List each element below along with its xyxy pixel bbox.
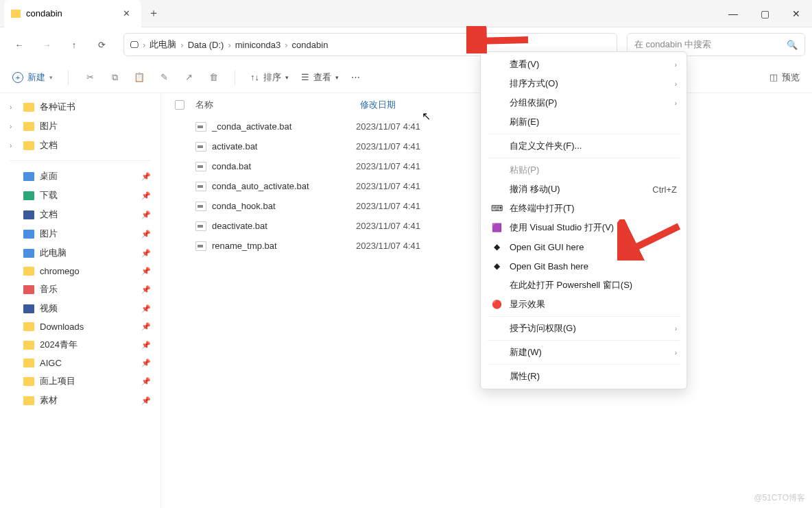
context-menu-item[interactable]: 新建(W)› bbox=[481, 343, 686, 362]
context-menu-item[interactable]: 🔴显示效果 bbox=[481, 295, 686, 314]
refresh-button[interactable]: ⟳ bbox=[89, 32, 114, 57]
pin-icon: 📌 bbox=[141, 304, 151, 313]
chevron-down-icon: ▾ bbox=[285, 74, 289, 81]
context-menu-item[interactable]: 撤消 移动(U)Ctrl+Z bbox=[481, 180, 686, 199]
sidebar-item[interactable]: 下载📌 bbox=[0, 186, 160, 205]
column-date[interactable]: 修改日期 bbox=[360, 99, 396, 111]
sidebar-item[interactable]: 桌面📌 bbox=[0, 167, 160, 186]
sidebar-item[interactable]: ›各种证书 bbox=[0, 97, 160, 117]
context-menu-item[interactable]: 分组依据(P)› bbox=[481, 93, 686, 112]
sidebar-item[interactable]: 素材📌 bbox=[0, 391, 160, 410]
breadcrumb-item[interactable]: miniconda3 bbox=[235, 40, 281, 50]
rename-button[interactable]: ✎ bbox=[158, 71, 170, 84]
bat-file-icon bbox=[195, 122, 206, 132]
menu-item-label: 粘贴(P) bbox=[510, 164, 539, 176]
folder-icon bbox=[23, 249, 34, 258]
context-menu-item[interactable]: 授予访问权限(G)› bbox=[481, 319, 686, 338]
breadcrumb-item[interactable]: condabin bbox=[292, 40, 329, 50]
pin-icon: 📌 bbox=[141, 322, 151, 331]
pin-icon: 📌 bbox=[141, 172, 151, 181]
chevron-right-icon: › bbox=[10, 123, 18, 130]
sidebar-item[interactable]: 音乐📌 bbox=[0, 280, 160, 299]
context-menu-item[interactable]: 排序方式(O)› bbox=[481, 74, 686, 93]
menu-item-label: 查看(V) bbox=[510, 58, 539, 71]
forward-button[interactable]: → bbox=[34, 32, 59, 57]
svg-line-1 bbox=[473, 40, 528, 41]
sidebar-item[interactable]: 面上项目📌 bbox=[0, 372, 160, 391]
menu-item-icon: 🔴 bbox=[490, 298, 503, 311]
pin-icon: 📌 bbox=[141, 230, 151, 239]
menu-item-label: 显示效果 bbox=[510, 298, 545, 311]
up-button[interactable]: ↑ bbox=[62, 32, 86, 57]
sort-icon: ↑↓ bbox=[250, 72, 259, 82]
close-button[interactable]: ✕ bbox=[780, 0, 812, 27]
copy-button[interactable]: ⧉ bbox=[108, 71, 121, 84]
sidebar-item[interactable]: chromego📌 bbox=[0, 263, 160, 280]
sidebar-item-label: 各种证书 bbox=[40, 101, 75, 113]
cut-button[interactable]: ✂ bbox=[84, 71, 96, 84]
context-menu-item[interactable]: 属性(R) bbox=[481, 367, 686, 386]
folder-icon bbox=[23, 122, 34, 131]
bat-file-icon bbox=[195, 221, 206, 231]
context-menu-item[interactable]: 在此处打开 Powershell 窗口(S) bbox=[481, 276, 686, 295]
file-name: conda_hook.bat bbox=[212, 201, 356, 211]
navbar: ← → ↑ ⟳ 🖵 › 此电脑 › Data (D:) › miniconda3… bbox=[0, 27, 812, 62]
context-menu-item[interactable]: 自定义文件夹(F)... bbox=[481, 136, 686, 156]
back-button[interactable]: ← bbox=[7, 32, 32, 57]
file-date: 2023/11/07 4:41 bbox=[356, 241, 420, 251]
chevron-right-icon: › bbox=[143, 40, 145, 50]
new-tab-button[interactable]: ＋ bbox=[141, 6, 166, 21]
more-button[interactable]: ⋯ bbox=[351, 72, 360, 82]
main-area: ›各种证书›图片›文档 桌面📌下载📌文档📌图片📌此电脑📌chromego📌音乐📌… bbox=[0, 93, 812, 508]
sidebar-item[interactable]: Downloads📌 bbox=[0, 318, 160, 335]
menu-item-icon bbox=[490, 116, 503, 128]
sidebar-item-label: Downloads bbox=[40, 322, 84, 332]
chevron-right-icon: › bbox=[10, 104, 18, 111]
view-button[interactable]: ☰ 查看 ▾ bbox=[301, 71, 339, 84]
breadcrumb-item[interactable]: Data (D:) bbox=[188, 40, 224, 50]
sidebar-item[interactable]: 2024青年📌 bbox=[0, 335, 160, 354]
share-button[interactable]: ↗ bbox=[182, 71, 195, 84]
sidebar-item[interactable]: ›图片 bbox=[0, 117, 160, 136]
column-name[interactable]: 名称 bbox=[195, 99, 360, 111]
sidebar-item-label: 2024青年 bbox=[40, 339, 77, 351]
sidebar-item[interactable]: ›文档 bbox=[0, 136, 160, 155]
sidebar-item-label: 素材 bbox=[40, 394, 58, 407]
chevron-right-icon: › bbox=[675, 61, 677, 69]
menu-item-label: 撤消 移动(U) bbox=[510, 183, 560, 195]
preview-button[interactable]: ◫ 预览 bbox=[769, 71, 800, 84]
paste-button[interactable]: 📋 bbox=[133, 71, 145, 84]
sidebar-item[interactable]: 文档📌 bbox=[0, 205, 160, 224]
folder-icon bbox=[23, 141, 34, 150]
minimize-button[interactable]: — bbox=[717, 0, 749, 27]
chevron-right-icon: › bbox=[10, 142, 18, 149]
close-tab-button[interactable]: ✕ bbox=[118, 5, 134, 22]
file-name: conda.bat bbox=[212, 161, 356, 171]
context-menu-item[interactable]: 刷新(E) bbox=[481, 112, 686, 132]
pin-icon: 📌 bbox=[141, 359, 151, 367]
active-tab[interactable]: condabin ✕ bbox=[4, 0, 141, 27]
sidebar-item[interactable]: 此电脑📌 bbox=[0, 243, 160, 263]
sidebar-item-label: 此电脑 bbox=[40, 247, 67, 259]
chevron-down-icon: ▾ bbox=[335, 74, 339, 81]
breadcrumb-item[interactable]: 此电脑 bbox=[150, 38, 176, 51]
maximize-button[interactable]: ▢ bbox=[749, 0, 780, 27]
pin-icon: 📌 bbox=[141, 191, 151, 200]
list-icon: ☰ bbox=[301, 72, 309, 82]
chevron-right-icon: › bbox=[675, 80, 677, 88]
sidebar-item[interactable]: 图片📌 bbox=[0, 224, 160, 243]
folder-icon bbox=[23, 341, 34, 350]
sidebar-item[interactable]: 视频📌 bbox=[0, 299, 160, 318]
select-all-checkbox[interactable] bbox=[175, 100, 184, 110]
menu-item-icon bbox=[490, 279, 503, 291]
chevron-right-icon: › bbox=[228, 40, 230, 50]
context-menu-item[interactable]: 查看(V)› bbox=[481, 55, 686, 74]
new-button[interactable]: + 新建 ▾ bbox=[12, 71, 53, 84]
chevron-right-icon: › bbox=[675, 349, 677, 356]
menu-item-label: 刷新(E) bbox=[510, 116, 539, 128]
delete-button[interactable]: 🗑 bbox=[207, 71, 219, 84]
sidebar-item[interactable]: AIGC📌 bbox=[0, 354, 160, 372]
context-menu-item[interactable]: ⌨在终端中打开(T) bbox=[481, 199, 686, 218]
titlebar: condabin ✕ ＋ — ▢ ✕ bbox=[0, 0, 812, 27]
sort-button[interactable]: ↑↓ 排序 ▾ bbox=[250, 71, 289, 84]
